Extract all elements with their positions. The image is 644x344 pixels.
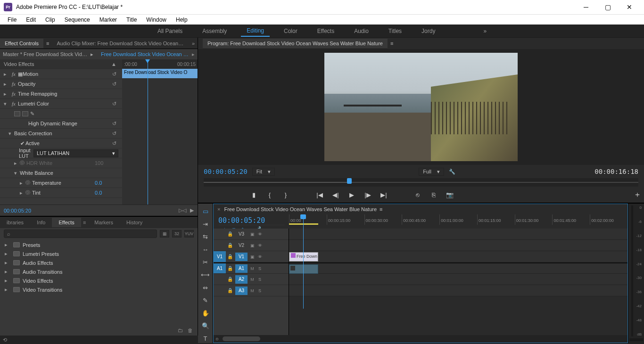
reset-icon[interactable]: ↺ (110, 140, 118, 147)
lock-icon[interactable]: 🔒 (226, 288, 234, 293)
disclosure-icon[interactable]: ▸ (4, 91, 9, 97)
source-patch-a1[interactable]: A1 (214, 263, 226, 273)
effect-controls-timecode[interactable]: 00:00:05:20 (4, 208, 31, 213)
lock-icon[interactable]: 🔒 (226, 231, 234, 237)
workspace-assembly[interactable]: Assembly (197, 26, 232, 36)
folder-audio-transitions[interactable]: ▸Audio Transitions (0, 267, 198, 276)
sync-status-icon[interactable]: ⟲ (3, 337, 7, 343)
menu-edit[interactable]: Edit (21, 16, 41, 24)
mark-out-button[interactable]: } (282, 191, 289, 198)
lock-icon[interactable]: 🔒 (226, 277, 234, 282)
disclosure-icon[interactable]: ▸ (4, 81, 9, 87)
track-lane-a3[interactable] (289, 285, 627, 296)
export-frame-button[interactable]: 📷 (446, 191, 454, 198)
button-editor-icon[interactable]: ＋ (636, 191, 644, 198)
stopwatch-icon[interactable]: Ⓞ (25, 189, 32, 196)
track-target-a1[interactable]: A1 (235, 264, 248, 273)
mask-rect-icon[interactable] (22, 111, 28, 116)
tab-program-monitor[interactable]: Program: Free Download Stock Video Ocean… (203, 39, 388, 48)
lock-icon[interactable]: 🔒 (226, 254, 234, 259)
mask-pen-icon[interactable]: ✎ (30, 111, 34, 117)
effect-lumetri-color[interactable]: Lumetri Color (18, 101, 110, 106)
yuv-badge-icon[interactable]: YUV (184, 230, 194, 238)
timeline-timecode[interactable]: 00:00:05:20 (218, 216, 284, 225)
mute-icon[interactable]: M (248, 266, 256, 271)
32bit-badge-icon[interactable]: 32 (172, 230, 182, 238)
lock-icon[interactable]: 🔒 (226, 243, 234, 248)
lock-icon[interactable]: 🔒 (226, 266, 234, 271)
folder-audio-effects[interactable]: ▸Audio Effects (0, 258, 198, 267)
track-target-v1[interactable]: V1 (235, 253, 248, 261)
track-target-a3[interactable]: A3 (235, 287, 248, 295)
fx-badge-icon[interactable]: fx (9, 91, 18, 97)
program-scrubber[interactable] (204, 178, 638, 187)
effect-motion[interactable]: Motion (23, 71, 110, 77)
program-timecode[interactable]: 00:00:05:20 (204, 168, 248, 175)
razor-tool[interactable]: ✂ (201, 257, 210, 267)
play-button[interactable]: ▶ (348, 191, 355, 198)
workspace-titles[interactable]: Titles (383, 26, 407, 36)
panel-menu-icon[interactable]: ≡ (388, 41, 396, 46)
input-lut-dropdown[interactable]: LUT LATIHAN▾ (33, 149, 118, 157)
source-patch-v1[interactable]: V1 (214, 251, 226, 262)
tab-markers[interactable]: Markers (88, 218, 120, 227)
ripple-edit-tool[interactable]: ⇆ (201, 232, 210, 241)
menu-window[interactable]: Window (141, 16, 171, 24)
pen-tool[interactable]: ✎ (201, 295, 210, 305)
settings-wrench-icon[interactable]: 🔧 (449, 169, 455, 175)
effects-search-input[interactable]: ⌕ (4, 229, 157, 238)
effect-mini-timeline[interactable]: :00:0000:00:15 Free Download Stock Video… (122, 59, 198, 205)
go-to-in-button[interactable]: |◀ (316, 191, 323, 198)
stopwatch-icon[interactable]: Ⓞ (20, 160, 26, 166)
menu-help[interactable]: Help (171, 16, 192, 24)
rate-stretch-tool[interactable]: ↔ (201, 245, 210, 254)
toggle-output-icon[interactable]: 👁 (256, 243, 264, 248)
zoom-dropdown[interactable]: Fit▾ (252, 168, 275, 176)
folder-video-transitions[interactable]: ▸Video Transitions (0, 285, 198, 294)
toggle-output-icon[interactable]: 👁 (256, 232, 264, 237)
folder-lumetri-presets[interactable]: ▸Lumetri Presets (0, 249, 198, 258)
fx-badge-icon[interactable]: fx (9, 101, 18, 106)
maximize-button[interactable]: ▢ (597, 0, 619, 14)
mini-playhead[interactable] (148, 59, 148, 205)
mask-ellipse-icon[interactable] (14, 111, 20, 116)
tab-effect-controls[interactable]: Effect Controls (0, 39, 43, 48)
track-target-a2[interactable]: A2 (235, 275, 248, 284)
zoom-tool[interactable]: 🔍 (201, 321, 210, 330)
panel-menu-icon[interactable]: ≡ (43, 41, 52, 46)
tint-value[interactable]: 0.0 (95, 190, 118, 196)
workspace-all-panels[interactable]: All Panels (152, 26, 188, 36)
selection-tool[interactable]: ▭ (201, 206, 210, 216)
tab-effects[interactable]: Effects (52, 218, 81, 227)
mute-icon[interactable]: M (248, 288, 256, 293)
slide-tool[interactable]: ⇔ (201, 283, 210, 292)
timeline-playhead[interactable] (303, 214, 304, 309)
reset-icon[interactable]: ↺ (110, 101, 118, 107)
mark-in-button[interactable]: { (266, 191, 273, 198)
track-lane-a1[interactable] (289, 262, 627, 274)
slip-tool[interactable]: ⟷ (201, 270, 210, 279)
folder-presets[interactable]: ▸Presets (0, 240, 198, 249)
timeline-zoom-scrollbar[interactable]: ○ (214, 335, 627, 343)
lift-button[interactable]: ⎋ (414, 191, 421, 198)
track-lane-v2[interactable] (289, 240, 627, 251)
panel-menu-icon[interactable]: ≡ (81, 220, 88, 225)
menu-file[interactable]: File (3, 16, 21, 24)
disclosure-icon[interactable]: ▸ (20, 180, 25, 186)
hand-tool[interactable]: ✋ (201, 308, 210, 318)
tab-info[interactable]: Info (30, 218, 52, 227)
work-area-bar[interactable] (289, 223, 318, 225)
workspace-effects[interactable]: Effects (312, 26, 340, 36)
go-to-out-button[interactable]: ▶| (380, 191, 388, 198)
clip-name-label[interactable]: Free Download Stock Video Ocean W... (101, 51, 192, 57)
toggle-sync-lock-icon[interactable]: ▣ (248, 254, 256, 259)
hdr-checkbox[interactable] (22, 120, 28, 127)
audio-clip[interactable] (289, 264, 318, 274)
track-target-v2[interactable]: V2 (235, 241, 248, 250)
temperature-value[interactable]: 0.0 (95, 180, 118, 186)
menu-title[interactable]: Title (122, 16, 141, 24)
disclosure-icon[interactable]: ▾ (14, 170, 20, 176)
workspace-editing[interactable]: Editing (241, 25, 270, 37)
workspace-overflow-icon[interactable]: » (478, 26, 492, 36)
workspace-color[interactable]: Color (278, 26, 303, 36)
